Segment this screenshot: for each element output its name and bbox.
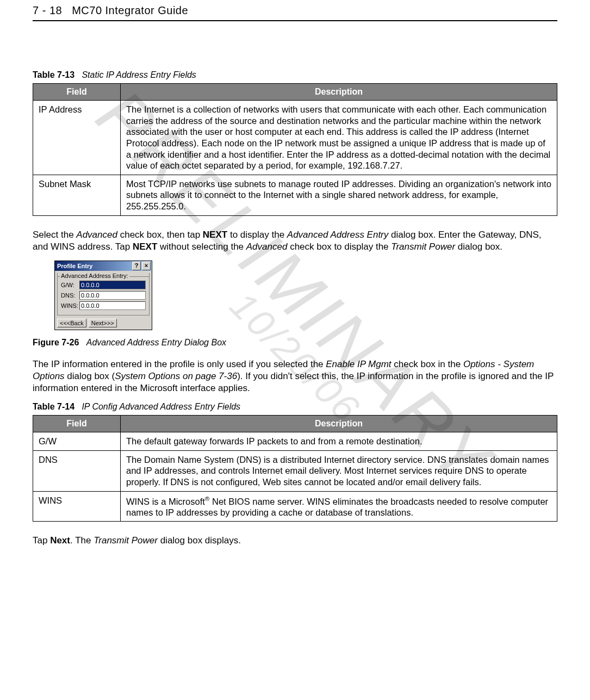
next-button[interactable]: Next>>> bbox=[89, 319, 117, 327]
table-7-14: Field Description G/W The default gatewa… bbox=[33, 415, 557, 522]
cell-desc: Most TCP/IP networks use subnets to mana… bbox=[121, 175, 557, 215]
table-row: IP Address The Internet is a collection … bbox=[33, 101, 557, 175]
close-button[interactable]: × bbox=[142, 262, 151, 270]
paragraph-3: Tap Next. The Transmit Power dialog box … bbox=[33, 535, 557, 547]
text: check box, then tap bbox=[117, 230, 203, 240]
caption-label: Table 7-13 bbox=[33, 70, 74, 79]
text-italic: Advanced bbox=[246, 241, 288, 252]
dns-input[interactable]: 0.0.0.0 bbox=[79, 291, 146, 300]
cell-desc: The Domain Name System (DNS) is a distri… bbox=[121, 450, 557, 491]
wins-input[interactable]: 0.0.0.0 bbox=[79, 301, 146, 310]
cell-desc: The Internet is a collection of networks… bbox=[121, 101, 557, 175]
dialog-title: Profile Entry bbox=[57, 263, 131, 269]
table-7-13-caption: Table 7-13 Static IP Address Entry Field… bbox=[33, 70, 557, 80]
text-italic: Enable IP Mgmt bbox=[326, 359, 391, 369]
caption-text: IP Config Advanced Address Entry Fields bbox=[82, 402, 240, 411]
page-number: 7 - 18 bbox=[33, 4, 62, 17]
text: to display the bbox=[227, 230, 287, 240]
text-italic: Transmit Power bbox=[391, 241, 455, 252]
gw-row: G/W: 0.0.0.0 bbox=[61, 281, 146, 289]
cell-desc: WINS is a Microsoft® Net BIOS name serve… bbox=[121, 491, 557, 522]
table-row: G/W The default gateway forwards IP pack… bbox=[33, 432, 557, 451]
figure-label: Figure 7-26 bbox=[33, 338, 79, 347]
doc-title: MC70 Integrator Guide bbox=[72, 4, 188, 17]
text: dialog box. bbox=[455, 241, 502, 252]
gw-input[interactable]: 0.0.0.0 bbox=[79, 281, 146, 289]
text-bold: NEXT bbox=[203, 230, 227, 240]
paragraph-2: The IP information entered in the profil… bbox=[33, 358, 557, 394]
text-italic: Advanced Address Entry bbox=[287, 230, 388, 240]
page-header: 7 - 18 MC70 Integrator Guide bbox=[33, 0, 557, 21]
text-italic: Transmit Power bbox=[94, 535, 158, 546]
text: Select the bbox=[33, 230, 76, 240]
cell-desc: The default gateway forwards IP packets … bbox=[121, 432, 557, 451]
col-field: Field bbox=[33, 84, 121, 101]
col-field: Field bbox=[33, 416, 121, 432]
caption-text: Static IP Address Entry Fields bbox=[82, 70, 196, 79]
group-label: Advanced Address Entry: bbox=[60, 272, 129, 279]
text: WINS is a Microsoft bbox=[126, 496, 205, 506]
profile-entry-dialog: Profile Entry ? × Advanced Address Entry… bbox=[54, 261, 152, 330]
table-7-14-caption: Table 7-14 IP Config Advanced Address En… bbox=[33, 402, 557, 412]
dialog-buttons: <<<Back Next>>> bbox=[55, 318, 152, 330]
col-description: Description bbox=[121, 416, 557, 432]
dialog-screenshot: Profile Entry ? × Advanced Address Entry… bbox=[54, 261, 557, 330]
page: PRELIMINARY 10/20/06 7 - 18 MC70 Integra… bbox=[0, 0, 590, 576]
text: . The bbox=[70, 535, 94, 546]
dialog-titlebar: Profile Entry ? × bbox=[55, 261, 152, 271]
gw-label: G/W: bbox=[61, 282, 79, 288]
cell-field: IP Address bbox=[33, 101, 121, 175]
text: check box in the bbox=[392, 359, 463, 369]
text-italic: System Options on page 7-36 bbox=[115, 371, 237, 381]
text: dialog box ( bbox=[65, 371, 115, 381]
back-button[interactable]: <<<Back bbox=[57, 319, 86, 327]
col-description: Description bbox=[121, 84, 557, 101]
text: Tap bbox=[33, 535, 50, 546]
text-bold: Next bbox=[50, 535, 70, 546]
table-row: WINS WINS is a Microsoft® Net BIOS name … bbox=[33, 491, 557, 522]
help-button[interactable]: ? bbox=[132, 262, 141, 270]
text-bold: NEXT bbox=[133, 241, 157, 252]
text: without selecting the bbox=[157, 241, 246, 252]
table-row: DNS The Domain Name System (DNS) is a di… bbox=[33, 450, 557, 491]
table-row: Subnet Mask Most TCP/IP networks use sub… bbox=[33, 175, 557, 215]
text: check box to display the bbox=[287, 241, 391, 252]
figure-text: Advanced Address Entry Dialog Box bbox=[86, 338, 226, 347]
dns-label: DNS: bbox=[61, 292, 79, 299]
figure-7-26-caption: Figure 7-26 Advanced Address Entry Dialo… bbox=[33, 338, 557, 348]
cell-field: G/W bbox=[33, 432, 121, 451]
text-italic: Advanced bbox=[76, 230, 117, 240]
table-7-13: Field Description IP Address The Interne… bbox=[33, 83, 557, 216]
cell-field: Subnet Mask bbox=[33, 175, 121, 215]
wins-label: WINS: bbox=[61, 302, 79, 309]
advanced-address-group: Advanced Address Entry: G/W: 0.0.0.0 DNS… bbox=[57, 273, 150, 315]
dns-row: DNS: 0.0.0.0 bbox=[61, 291, 146, 300]
cell-field: DNS bbox=[33, 450, 121, 491]
text: dialog box displays. bbox=[158, 535, 241, 546]
text: The IP information entered in the profil… bbox=[33, 359, 326, 369]
caption-label: Table 7-14 bbox=[33, 402, 74, 411]
paragraph-1: Select the Advanced check box, then tap … bbox=[33, 229, 557, 253]
cell-field: WINS bbox=[33, 491, 121, 522]
wins-row: WINS: 0.0.0.0 bbox=[61, 301, 146, 310]
